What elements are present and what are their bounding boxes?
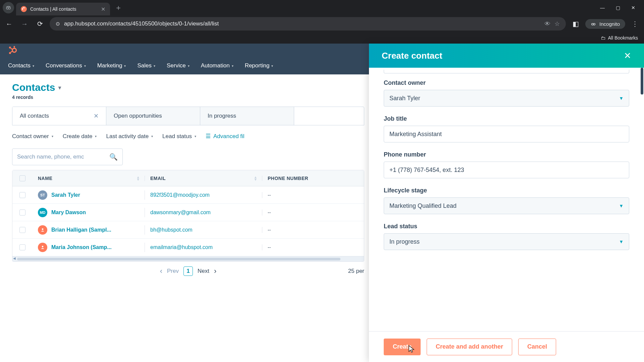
next-arrow-icon[interactable]: › xyxy=(214,267,216,276)
new-tab-button[interactable]: ＋ xyxy=(115,3,122,13)
chevron-down-icon: ▾ xyxy=(232,64,233,68)
tab-open-opportunities[interactable]: Open opportunities xyxy=(106,107,200,125)
filter-contact-owner[interactable]: Contact owner▾ xyxy=(12,133,53,140)
per-page-select[interactable]: 25 per xyxy=(348,268,364,275)
forward-button: → xyxy=(19,18,30,29)
contact-email-link[interactable]: bh@hubspot.com xyxy=(150,227,193,233)
back-button[interactable]: ← xyxy=(3,18,15,29)
tab-close-icon[interactable]: ✕ xyxy=(101,6,105,12)
row-checkbox[interactable] xyxy=(19,227,25,233)
chevron-down-icon: ▾ xyxy=(58,84,61,91)
chevron-down-icon: ▾ xyxy=(154,64,155,68)
nav-reporting[interactable]: Reporting▾ xyxy=(245,62,273,69)
contact-name-link[interactable]: Sarah Tyler xyxy=(51,192,80,198)
column-phone[interactable]: PHONE NUMBER xyxy=(262,176,364,181)
row-checkbox[interactable] xyxy=(19,244,25,250)
row-checkbox[interactable] xyxy=(19,192,25,198)
svg-point-7 xyxy=(13,46,15,48)
page-number[interactable]: 1 xyxy=(183,266,193,276)
scroll-left-icon[interactable]: ◀ xyxy=(13,256,16,260)
reload-button[interactable]: ⟳ xyxy=(34,18,46,29)
chevron-down-icon: ▾ xyxy=(271,64,273,68)
nav-contacts[interactable]: Contacts▾ xyxy=(8,62,34,69)
chevron-down-icon: ▾ xyxy=(124,64,126,68)
scrollbar-thumb[interactable] xyxy=(17,258,340,260)
chevron-down-icon: ▾ xyxy=(33,64,34,68)
nav-conversations[interactable]: Conversations▾ xyxy=(46,62,86,69)
eye-off-icon[interactable]: 👁 xyxy=(544,20,550,27)
svg-point-12 xyxy=(42,246,44,247)
panel-header: Create contact ✕ xyxy=(369,44,644,68)
contact-phone: -- xyxy=(262,192,364,198)
tab-in-progress[interactable]: In progress xyxy=(200,107,294,125)
kebab-menu-icon[interactable]: ⋮ xyxy=(629,18,641,29)
next-button[interactable]: Next xyxy=(198,268,209,275)
lifecycle-select[interactable]: Marketing Qualified Lead ▼ xyxy=(384,197,629,214)
all-bookmarks-link[interactable]: All Bookmarks xyxy=(608,35,638,41)
browser-tab[interactable]: Contacts | All contacts ✕ xyxy=(16,3,110,15)
label-lead-status: Lead status xyxy=(384,223,629,230)
side-panel-icon[interactable]: ◧ xyxy=(570,18,581,29)
contact-owner-select[interactable]: Sarah Tyler ▼ xyxy=(384,90,629,107)
bookmark-star-icon[interactable]: ☆ xyxy=(554,20,560,27)
label-job-title: Job title xyxy=(384,115,629,122)
incognito-label: Incognito xyxy=(599,21,620,27)
phone-input[interactable] xyxy=(384,162,629,178)
maximize-button[interactable]: ▢ xyxy=(613,5,623,10)
avatar xyxy=(38,225,47,235)
panel-scrollbar[interactable] xyxy=(640,68,643,331)
contact-email-link[interactable]: emailmaria@hubspot.com xyxy=(150,244,213,250)
lead-status-select[interactable]: In progress ▼ xyxy=(384,233,629,250)
prev-button[interactable]: Prev xyxy=(167,268,179,275)
contact-email-link[interactable]: dawsonmary@gmail.com xyxy=(150,209,211,216)
cancel-button[interactable]: Cancel xyxy=(518,339,556,355)
address-bar[interactable]: ⊙ app.hubspot.com/contacts/45105500/obje… xyxy=(50,17,566,31)
site-info-icon[interactable]: ⊙ xyxy=(56,21,60,27)
search-icon[interactable]: 🔍 xyxy=(109,153,118,161)
horizontal-scrollbar[interactable]: ◀ xyxy=(12,256,364,261)
create-button[interactable]: Create xyxy=(384,339,421,355)
column-name[interactable]: NAME▴▾ xyxy=(33,176,145,181)
avatar: MD xyxy=(38,208,47,217)
job-title-input[interactable] xyxy=(384,126,629,142)
minimize-button[interactable]: ― xyxy=(598,5,607,10)
contacts-table: NAME▴▾ EMAIL▴▾ PHONE NUMBER ST Sarah Tyl… xyxy=(12,170,364,262)
contact-name-link[interactable]: Mary Dawson xyxy=(51,209,86,216)
table-row: Brian Halligan (Sampl... bh@hubspot.com … xyxy=(12,221,364,239)
sort-icon: ▴▾ xyxy=(137,176,140,181)
filter-lead-status[interactable]: Lead status▾ xyxy=(162,133,196,140)
incognito-shield-icon xyxy=(3,2,14,13)
search-input[interactable] xyxy=(17,154,109,160)
avatar: ST xyxy=(38,190,47,200)
create-contact-panel: Create contact ✕ Contact owner Sarah Tyl… xyxy=(369,44,644,362)
chevron-down-icon: ▾ xyxy=(195,134,196,138)
incognito-indicator[interactable]: Incognito xyxy=(585,19,625,29)
table-header: NAME▴▾ EMAIL▴▾ PHONE NUMBER xyxy=(12,170,364,186)
column-email[interactable]: EMAIL▴▾ xyxy=(145,176,262,181)
contact-name-link[interactable]: Maria Johnson (Samp... xyxy=(51,244,112,250)
svg-point-6 xyxy=(9,52,11,54)
nav-marketing[interactable]: Marketing▾ xyxy=(97,62,126,69)
contact-email-link[interactable]: 892f3501@moodjoy.com xyxy=(150,192,210,198)
tab-all-contacts[interactable]: All contacts ✕ xyxy=(12,107,106,125)
nav-service[interactable]: Service▾ xyxy=(167,62,190,69)
close-window-button[interactable]: ✕ xyxy=(629,5,638,10)
row-checkbox[interactable] xyxy=(19,209,25,216)
close-panel-button[interactable]: ✕ xyxy=(624,51,631,61)
nav-sales[interactable]: Sales▾ xyxy=(137,62,155,69)
contact-name-link[interactable]: Brian Halligan (Sampl... xyxy=(51,227,111,233)
sliders-icon: ☰ xyxy=(206,133,211,140)
filter-last-activity[interactable]: Last activity date▾ xyxy=(106,133,153,140)
create-and-add-another-button[interactable]: Create and add another xyxy=(427,339,512,355)
window-controls: ― ▢ ✕ xyxy=(598,0,642,15)
close-icon[interactable]: ✕ xyxy=(94,112,99,120)
advanced-filters-link[interactable]: ☰Advanced fil xyxy=(206,133,245,140)
panel-body: Contact owner Sarah Tyler ▼ Job title Ph… xyxy=(369,68,644,331)
hubspot-logo-icon[interactable] xyxy=(8,46,17,55)
svg-point-4 xyxy=(12,48,16,52)
nav-automation[interactable]: Automation▾ xyxy=(201,62,233,69)
select-all-checkbox[interactable] xyxy=(19,175,25,181)
prev-arrow-icon[interactable]: ‹ xyxy=(160,267,162,276)
filter-create-date[interactable]: Create date▾ xyxy=(63,133,97,140)
scrollbar-thumb[interactable] xyxy=(641,68,643,95)
